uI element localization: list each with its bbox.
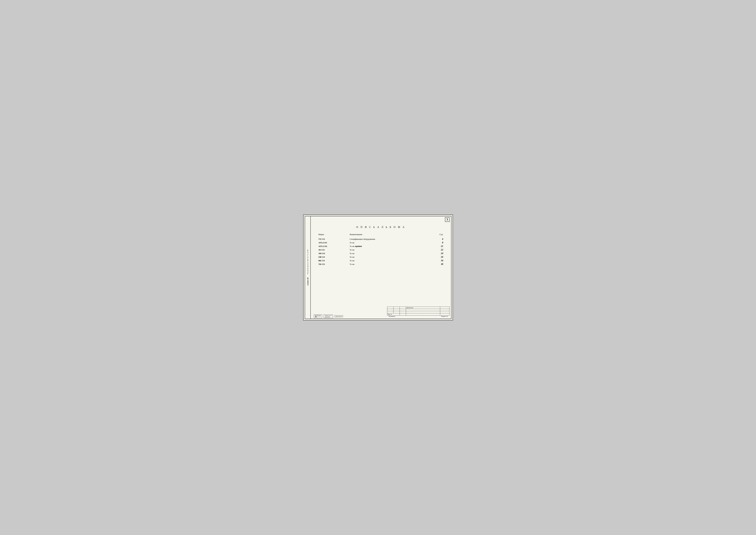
row-page-3: 22 — [431, 248, 443, 251]
row-name-5: То же — [350, 256, 431, 258]
row-marka-5: ОВ СО — [318, 256, 350, 258]
stamp-row2-c5 — [440, 309, 450, 311]
row-name-7: То же — [350, 263, 431, 266]
header-page: Стр. — [431, 233, 443, 236]
podpis-date: 24.01.89 — [325, 316, 332, 318]
table-row: ОВ СОТо же26 — [317, 255, 445, 259]
inv-no-value: 787 — [315, 316, 321, 318]
stamp-cell-1 — [387, 307, 393, 309]
table-row: АТХ.СО1То же8 — [317, 241, 445, 244]
footer-kopirov: Копировал — [389, 316, 395, 317]
stamp-primenenie: Применения — [406, 307, 440, 309]
row-marka-1: АТХ.СО1 — [318, 241, 350, 244]
table-row: ЗМ СОТо же24 — [317, 252, 445, 255]
podpis-label: Подпись и дата — [325, 315, 332, 316]
page-inner: 3 Типовой проекта 402-22-71.12.89 Альбом… — [305, 216, 451, 319]
stamp-row3-c4 — [406, 311, 440, 313]
row-name-2: То же щитов — [350, 245, 431, 247]
row-name-extra-2: щитов — [355, 245, 362, 247]
row-marka-3: ЗО СО — [318, 249, 350, 251]
row-page-0: 4 — [431, 238, 443, 240]
table-row: ТК СОТо же38 — [317, 262, 445, 266]
stamp-row3-c5 — [440, 311, 450, 313]
row-name-1: То же — [350, 241, 431, 244]
row-name-3: То же — [350, 249, 431, 251]
stamp-row2-c1 — [387, 309, 393, 311]
table-row: АТХ.СО2То же щитов21 — [317, 244, 445, 248]
footer-left: Инв. № подл. 787 Подпись и дата 24.01.89… — [314, 314, 343, 318]
stamp-cell-5 — [440, 307, 450, 309]
table-header: Марка Наименование Стр. — [317, 233, 445, 236]
stamp-row3-c2 — [393, 311, 400, 313]
footer-podpis: Подпись и дата 24.01.89 — [324, 315, 333, 318]
row-name-4: То же — [350, 252, 431, 255]
side-label: Типовой проекта 402-22-71.12.89 Альбом I… — [305, 216, 311, 319]
stamp-block: Применения — [387, 307, 450, 316]
stamp-row3-c3 — [400, 311, 406, 313]
side-text-bottom: Альбом III — [307, 277, 309, 286]
row-marka-7: ТК СО — [318, 263, 350, 266]
table-row: ЗО СОТо же22 — [317, 248, 445, 252]
stamp-row2-c4 — [406, 309, 440, 311]
main-content: О П И С Ь А Л Ь Б О М А Марка Наименован… — [311, 216, 451, 303]
doc-title: О П И С Ь А Л Ь Б О М А — [317, 226, 445, 229]
row-page-4: 24 — [431, 252, 443, 255]
table-body: ТХ СОСпецификации оборудования4АТХ.СО1То… — [317, 237, 445, 266]
table-row: ВК СОТо же34 — [317, 259, 445, 262]
header-name: Наименование — [350, 233, 431, 236]
footer-inv-no: Инв. № подл. 787 — [314, 314, 322, 318]
stamp-table: Применения — [387, 307, 450, 316]
row-name-0: Спецификации оборудования — [350, 238, 431, 240]
row-marka-6: ВК СО — [318, 259, 350, 262]
row-page-6: 34 — [431, 259, 443, 262]
footer-format: Формат А3 — [441, 316, 448, 317]
row-page-5: 26 — [431, 256, 443, 258]
inv-no-label: Инв. № подл. — [315, 315, 321, 316]
row-name-6: То же — [350, 259, 431, 262]
stamp-cell-2 — [393, 307, 400, 309]
header-marka: Марка — [318, 233, 350, 236]
row-page-7: 38 — [431, 263, 443, 266]
bottom-footer: Инв. № подл. 787 Подпись и дата 24.01.89… — [311, 314, 451, 318]
page-outer: 3 Типовой проекта 402-22-71.12.89 Альбом… — [303, 214, 453, 321]
row-marka-2: АТХ.СО2 — [318, 245, 350, 247]
side-text-top: Типовой проекта 402-22-71.12.89 — [307, 250, 308, 274]
row-marka-4: ЗМ СО — [318, 252, 350, 255]
stamp-row2-c3 — [400, 309, 406, 311]
footer-vzam: Взам. инв. № — [334, 315, 343, 317]
row-page-1: 8 — [431, 241, 443, 244]
stamp-row2-c2 — [393, 309, 400, 311]
vzam-label: Взам. инв. № — [336, 316, 342, 317]
stamp-cell-3 — [400, 307, 406, 309]
table-row: ТХ СОСпецификации оборудования4 — [317, 237, 445, 241]
row-marka-0: ТХ СО — [318, 238, 350, 240]
row-page-2: 21 — [431, 245, 443, 247]
stamp-row3-c1 — [387, 311, 393, 313]
